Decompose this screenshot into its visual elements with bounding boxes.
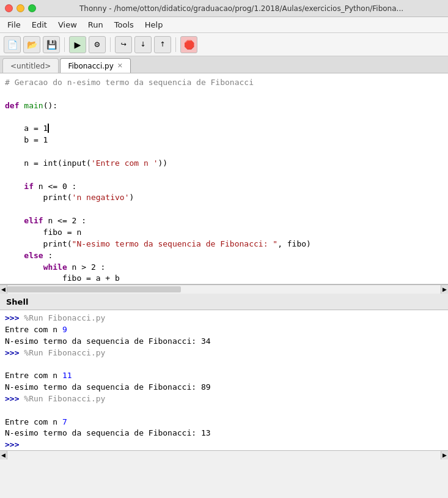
tab-fibonacci[interactable]: Fibonacci.py ✕: [60, 58, 131, 73]
menu-edit[interactable]: Edit: [27, 19, 52, 31]
run-button[interactable]: ▶: [69, 36, 86, 53]
editor-area[interactable]: # Geracao do n-esimo termo da sequencia …: [0, 73, 448, 284]
debug-button[interactable]: ⚙: [89, 36, 106, 53]
step-over-button[interactable]: ↪: [115, 36, 132, 53]
window-title: Thonny - /home/otton/didatico/graduacao/…: [40, 4, 443, 13]
toolbar-sep1: [64, 37, 65, 52]
toolbar-sep2: [110, 37, 111, 52]
editor-hscroll[interactable]: ◀ ▶: [0, 284, 448, 293]
menu-help[interactable]: Help: [140, 19, 168, 31]
step-into-button[interactable]: ↓: [134, 36, 152, 53]
tabs-bar: <untitled> Fibonacci.py ✕: [0, 56, 448, 73]
menu-tools[interactable]: Tools: [109, 19, 139, 31]
shell-prompt-indicator: >>>: [5, 440, 19, 449]
editor-content[interactable]: # Geracao do n-esimo termo da sequencia …: [0, 73, 448, 284]
shell-area[interactable]: >>> %Run Fibonacci.py Entre com n 9 N-es…: [0, 310, 448, 439]
hscroll-left[interactable]: ◀: [0, 285, 7, 294]
menu-run[interactable]: Run: [83, 19, 108, 31]
open-button[interactable]: 📂: [23, 36, 40, 53]
tab-untitled-label: <untitled>: [10, 62, 51, 70]
editor-scroll[interactable]: # Geracao do n-esimo termo da sequencia …: [0, 73, 448, 284]
tab-fibonacci-label: Fibonacci.py: [68, 62, 113, 70]
hscroll-right[interactable]: ▶: [441, 285, 448, 294]
close-button[interactable]: [5, 4, 13, 12]
menu-view[interactable]: View: [53, 19, 82, 31]
stop-button[interactable]: 🛑: [180, 36, 197, 53]
tab-fibonacci-close[interactable]: ✕: [117, 62, 123, 70]
tab-untitled[interactable]: <untitled>: [2, 58, 59, 73]
menu-file[interactable]: File: [2, 19, 26, 31]
new-button[interactable]: 📄: [4, 36, 21, 53]
hscroll-track[interactable]: [7, 285, 441, 294]
bottom-scrollbar[interactable]: ◀ ▶: [0, 450, 448, 459]
shell-input-line: >>>: [0, 439, 448, 450]
shell-input[interactable]: [21, 440, 443, 449]
title-bar: Thonny - /home/otton/didatico/graduacao/…: [0, 0, 448, 17]
save-button[interactable]: 💾: [43, 36, 60, 53]
minimize-button[interactable]: [17, 4, 24, 12]
maximize-button[interactable]: [28, 4, 36, 12]
hscroll-thumb[interactable]: [7, 286, 181, 292]
shell-header: Shell: [0, 293, 448, 310]
toolbar: 📄 📂 💾 ▶ ⚙ ↪ ↓ ↑ 🛑: [0, 33, 448, 56]
menu-bar: File Edit View Run Tools Help: [0, 17, 448, 33]
bottom-scroll-left[interactable]: ◀: [0, 451, 7, 459]
shell-title: Shell: [6, 297, 28, 307]
toolbar-sep3: [175, 37, 176, 52]
bottom-scroll-right[interactable]: ▶: [441, 451, 448, 459]
step-out-button[interactable]: ↑: [154, 36, 171, 53]
